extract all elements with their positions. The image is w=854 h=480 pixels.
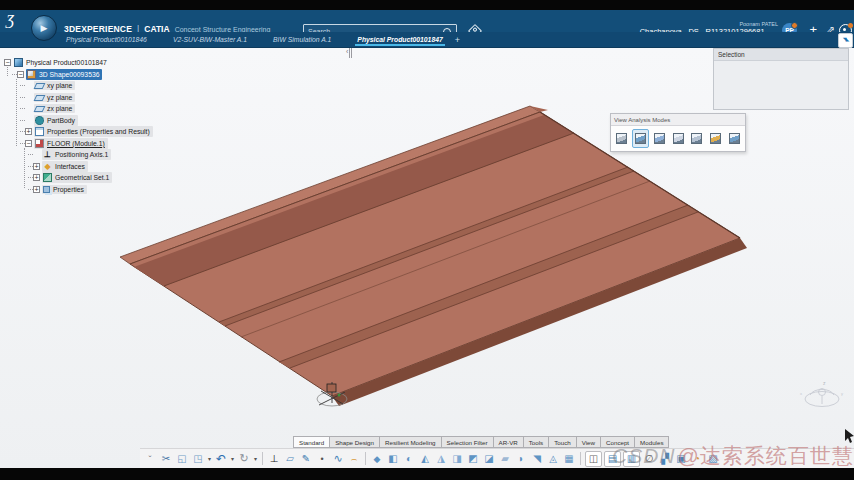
tree-expander-minus[interactable]: − xyxy=(17,71,24,78)
update-more-icon[interactable]: ▾ xyxy=(252,451,259,466)
loft-icon[interactable]: ◮ xyxy=(433,451,449,466)
axis-system-icon[interactable]: ⊥ xyxy=(266,451,282,466)
action-tab-view[interactable]: View xyxy=(576,436,600,448)
apps-icon[interactable]: ▧ xyxy=(705,451,721,466)
plane-icon[interactable]: ▱ xyxy=(282,451,298,466)
document-tab-0[interactable]: Physical Product00101846 xyxy=(66,34,147,45)
tree-node[interactable]: zx plane xyxy=(34,104,75,113)
action-bar-tabs: StandardShape DesignResilient ModelingSe… xyxy=(293,436,669,448)
join-icon[interactable]: ◆ xyxy=(369,451,385,466)
measure-icon[interactable]: ∅ xyxy=(641,451,657,466)
action-tab-selection-filter[interactable]: Selection Filter xyxy=(441,436,493,448)
spline-icon[interactable]: ∿ xyxy=(330,451,346,466)
ambient-occlusion-mode-icon[interactable] xyxy=(707,129,725,148)
tree-node[interactable]: ⊥Positioning Axis.1 xyxy=(42,149,111,160)
view-layers-icon[interactable]: ▥ xyxy=(623,451,640,467)
tree-node[interactable]: Geometrical Set.1 xyxy=(42,172,112,183)
action-tab-modules[interactable]: Modules xyxy=(634,436,669,448)
3dexperience-compass-icon[interactable]: ▶ xyxy=(31,15,57,41)
tree-node-label: PartBody xyxy=(47,117,75,124)
symmetry-icon[interactable]: ◬ xyxy=(545,451,561,466)
interfaces-icon: ◆ xyxy=(43,162,52,171)
split-icon[interactable]: ◩ xyxy=(465,451,481,466)
point-icon[interactable]: • xyxy=(314,451,330,466)
trim-icon[interactable]: ◪ xyxy=(481,451,497,466)
ground-reflection-mode-icon[interactable] xyxy=(725,129,743,148)
view-analysis-modes-title[interactable]: View Analysis Modes xyxy=(611,114,745,126)
cut-icon[interactable]: ✂ xyxy=(158,451,174,466)
shading-materials-mode-icon[interactable] xyxy=(632,129,650,148)
transform-icon[interactable]: ◥ xyxy=(529,451,545,466)
fillet-icon[interactable]: ◗ xyxy=(513,451,529,466)
undo-more-icon[interactable]: ▾ xyxy=(229,451,236,466)
toolbar-separator xyxy=(262,452,263,465)
thick-surface-icon[interactable]: ◨ xyxy=(449,451,465,466)
partbody-icon xyxy=(35,116,44,125)
pattern-icon[interactable]: ▦ xyxy=(561,451,577,466)
tree-node-label: zx plane xyxy=(47,105,72,112)
tree-node[interactable]: Properties (Properties and Result) xyxy=(34,126,153,137)
action-tab-touch[interactable]: Touch xyxy=(548,436,576,448)
tree-node[interactable]: yz plane xyxy=(34,93,75,102)
selection-panel-header[interactable]: Selection xyxy=(714,49,848,61)
panel-expand-icon[interactable]: ˇ xyxy=(142,451,158,466)
revolve-icon[interactable]: ◐ xyxy=(401,451,417,466)
action-tab-tools[interactable]: Tools xyxy=(523,436,548,448)
document-tab-1[interactable]: V2-SUV-BIW-Master A.1 xyxy=(173,34,247,45)
copy-icon[interactable]: ◱ xyxy=(174,451,190,466)
module-icon xyxy=(35,139,44,148)
tree-item-row: +Properties xyxy=(2,184,232,196)
shading-sketch-mode-icon[interactable] xyxy=(669,129,687,148)
view-frame-icon[interactable]: ◫ xyxy=(585,451,602,467)
document-tab-3[interactable]: Physical Product00101847 xyxy=(357,34,442,45)
tree-expander-plus[interactable]: + xyxy=(33,174,40,181)
plane-icon xyxy=(34,106,46,112)
action-tab-concept[interactable]: Concept xyxy=(600,436,634,448)
sketch-icon[interactable]: ✎ xyxy=(298,451,314,466)
toolbar-separator xyxy=(580,452,581,465)
wireframe-mode-icon[interactable] xyxy=(613,129,631,148)
hidden-line-mode-icon[interactable] xyxy=(688,129,706,148)
tree-node[interactable]: FLOOR (Module.1) xyxy=(34,138,108,149)
extrude-icon[interactable]: ◧ xyxy=(385,451,401,466)
tree-node[interactable]: xy plane xyxy=(34,81,75,90)
corner-icon[interactable]: ⌢ xyxy=(346,451,362,466)
view-style-icon[interactable]: ▤ xyxy=(604,451,621,467)
action-tab-shape-design[interactable]: Shape Design xyxy=(329,436,379,448)
tree-node[interactable]: 3D Shape00093536 xyxy=(26,69,102,80)
tree-connector xyxy=(20,97,25,98)
options-icon[interactable]: ◔ xyxy=(689,451,705,466)
tree-expander-plus[interactable]: + xyxy=(25,128,32,135)
action-tab-ar-vr[interactable]: AR-VR xyxy=(493,436,523,448)
tree-item-row: yz plane xyxy=(2,92,232,104)
action-tab-resilient-modeling[interactable]: Resilient Modeling xyxy=(379,436,441,448)
undo-icon[interactable]: ↶ xyxy=(213,451,229,466)
tree-node[interactable]: PartBody xyxy=(34,115,78,126)
tree-item-row: −FLOOR (Module.1) xyxy=(2,138,232,150)
shading-edges-mode-icon[interactable] xyxy=(650,129,668,148)
tree-item-row: +Properties (Properties and Result) xyxy=(2,126,232,138)
tree-node-label: Geometrical Set.1 xyxy=(55,174,109,181)
paste-more-icon[interactable]: ▾ xyxy=(206,451,213,466)
axis-icon: ⊥ xyxy=(43,150,52,159)
paste-icon[interactable]: ◳ xyxy=(190,451,206,466)
extract-icon[interactable]: ▰ xyxy=(497,451,513,466)
geoset-icon xyxy=(43,173,52,182)
tree-node[interactable]: ◆Interfaces xyxy=(42,161,88,172)
new-tab-button[interactable]: + xyxy=(455,34,460,45)
sweep-icon[interactable]: ◭ xyxy=(417,451,433,466)
tree-connector xyxy=(20,108,25,109)
tree-expander-minus[interactable]: − xyxy=(4,59,11,66)
tree-expander-plus[interactable]: + xyxy=(33,163,40,170)
catalog-icon[interactable]: ▣ xyxy=(673,451,689,466)
document-tab-2[interactable]: BIW Simulation A.1 xyxy=(273,34,331,45)
shape-icon xyxy=(27,70,36,79)
maximize-viewport-icon[interactable]: ◥◣ xyxy=(838,33,853,48)
tree-expander-minus[interactable]: − xyxy=(25,140,32,147)
action-tab-standard[interactable]: Standard xyxy=(293,436,329,448)
update-icon[interactable]: ↻ xyxy=(236,451,252,466)
tree-node[interactable]: Properties xyxy=(42,185,87,194)
tree-node[interactable]: Physical Product00101847 xyxy=(13,57,110,68)
tree-expander-plus[interactable]: + xyxy=(33,186,40,193)
section-icon[interactable]: ▞ xyxy=(657,451,673,466)
